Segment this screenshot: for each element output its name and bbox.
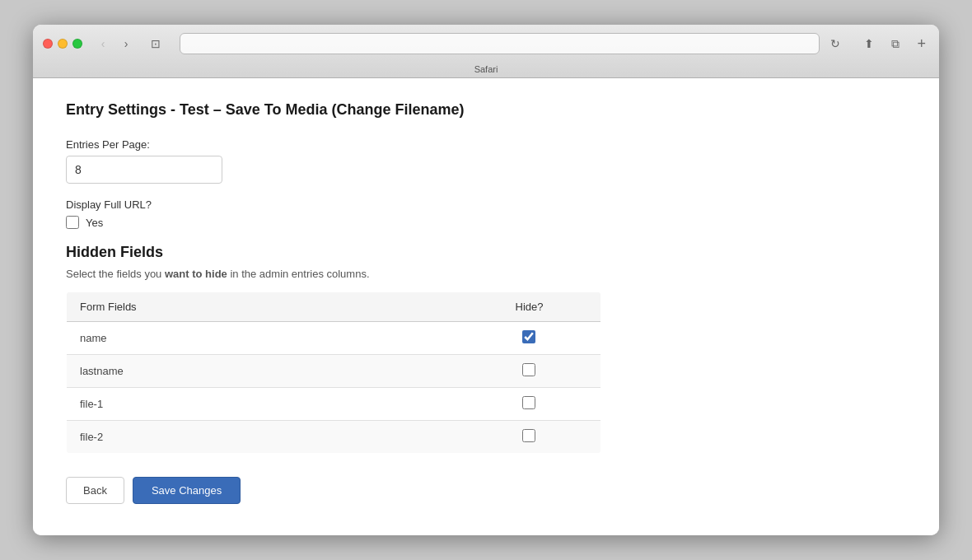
page-content: Entry Settings - Test – Save To Media (C… (33, 78, 939, 535)
nav-buttons: ‹ › (92, 35, 137, 52)
table-body: namelastnamefile-1file-2 (67, 322, 601, 454)
display-full-url-row: Yes (66, 216, 906, 229)
button-row: Back Save Changes (66, 477, 906, 504)
table-row: file-1 (67, 388, 601, 421)
tab-label: Safari (99, 64, 873, 74)
save-changes-button[interactable]: Save Changes (133, 477, 241, 504)
hide-checkbox-cell (502, 421, 601, 454)
hide-checkbox-cell (502, 322, 601, 355)
close-button[interactable] (43, 39, 53, 49)
field-name-cell: file-2 (67, 421, 502, 454)
browser-toolbar-right: ⬆ ⧉ (858, 33, 907, 54)
hide-checkbox-name[interactable] (522, 330, 535, 343)
browser-window: ‹ › ⊡ ↻ ⬆ ⧉ + Safari Entry Settings - Te… (33, 25, 939, 535)
page-title: Entry Settings - Test – Save To Media (C… (66, 101, 906, 119)
col-form-fields: Form Fields (67, 292, 502, 322)
hidden-fields-section: Hidden Fields Select the fields you want… (66, 244, 906, 454)
back-nav-button[interactable]: ‹ (92, 35, 114, 52)
hidden-fields-description: Select the fields you want to hide in th… (66, 268, 906, 280)
hide-checkbox-cell (502, 355, 601, 388)
hide-checkbox-file-1[interactable] (522, 396, 535, 409)
tab-bar: Safari (33, 59, 939, 77)
description-prefix: Select the fields you (66, 268, 165, 280)
field-name-cell: lastname (67, 355, 502, 388)
col-hide: Hide? (502, 292, 601, 322)
new-tab-button[interactable]: + (914, 35, 929, 53)
traffic-lights (43, 39, 82, 49)
address-bar[interactable] (180, 33, 820, 54)
hide-checkbox-lastname[interactable] (522, 363, 535, 376)
table-row: name (67, 322, 601, 355)
tab-view-button[interactable]: ⊡ (145, 35, 166, 52)
forward-nav-button[interactable]: › (115, 35, 137, 52)
minimize-button[interactable] (58, 39, 68, 49)
browser-titlebar: ‹ › ⊡ ↻ ⬆ ⧉ + (33, 25, 939, 59)
tabs-button[interactable]: ⧉ (884, 33, 907, 54)
browser-chrome: ‹ › ⊡ ↻ ⬆ ⧉ + Safari (33, 25, 939, 78)
reload-button[interactable]: ↻ (826, 35, 844, 53)
table-header-row: Form Fields Hide? (67, 292, 601, 322)
field-name-cell: name (67, 322, 502, 355)
share-button[interactable]: ⬆ (858, 33, 881, 54)
yes-label: Yes (86, 217, 103, 229)
back-button[interactable]: Back (66, 477, 124, 504)
entries-per-page-section: Entries Per Page: (66, 138, 906, 184)
maximize-button[interactable] (72, 39, 82, 49)
table-row: lastname (67, 355, 601, 388)
fields-table: Form Fields Hide? namelastnamefile-1file… (66, 292, 601, 454)
hide-checkbox-cell (502, 388, 601, 421)
table-row: file-2 (67, 421, 601, 454)
description-suffix: in the admin entries columns. (227, 268, 370, 280)
hide-checkbox-file-2[interactable] (522, 429, 535, 442)
display-full-url-section: Display Full URL? Yes (66, 198, 906, 229)
table-header: Form Fields Hide? (67, 292, 601, 322)
display-full-url-checkbox[interactable] (66, 216, 79, 229)
hidden-fields-heading: Hidden Fields (66, 244, 906, 261)
display-full-url-label: Display Full URL? (66, 198, 906, 211)
field-name-cell: file-1 (67, 388, 502, 421)
description-bold: want to hide (165, 268, 227, 280)
entries-per-page-label: Entries Per Page: (66, 138, 906, 151)
entries-per-page-input[interactable] (66, 156, 222, 184)
